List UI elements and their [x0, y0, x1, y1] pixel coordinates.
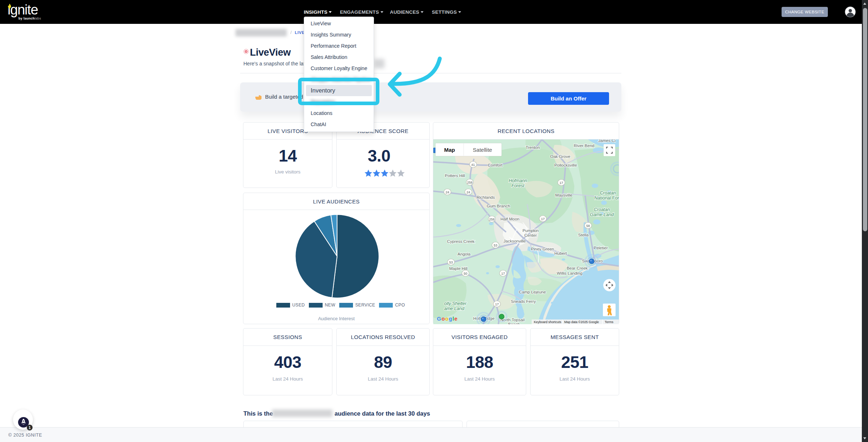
- svg-text:Gum Branch: Gum Branch: [487, 204, 510, 208]
- svg-text:Piney Green: Piney Green: [531, 247, 554, 251]
- svg-text:River Bend: River Bend: [574, 143, 595, 148]
- svg-text:17: 17: [501, 272, 505, 275]
- svg-text:17: 17: [495, 302, 499, 306]
- svg-text:Potters Hill: Potters Hill: [445, 173, 465, 178]
- svg-text:Pollocksville: Pollocksville: [554, 163, 577, 167]
- svg-text:Peletier: Peletier: [594, 246, 608, 250]
- svg-text:Beach: Beach: [508, 322, 520, 324]
- svg-text:Hofmann: Hofmann: [509, 178, 527, 183]
- svg-text:ame Land: ame Land: [444, 306, 465, 311]
- svg-text:Center: Center: [524, 233, 537, 237]
- svg-text:Stella: Stella: [578, 233, 589, 237]
- svg-text:17: 17: [541, 217, 545, 221]
- svg-text:24: 24: [467, 190, 470, 194]
- svg-text:50: 50: [464, 272, 467, 275]
- svg-text:Jacksonville: Jacksonville: [503, 239, 526, 243]
- svg-text:olly Shelter: olly Shelter: [444, 301, 467, 306]
- svg-text:Oak Grove: Oak Grove: [550, 154, 570, 159]
- svg-text:Cypress Creek: Cypress Creek: [447, 239, 475, 244]
- svg-text:Comfort: Comfort: [488, 163, 503, 167]
- svg-text:Richlands: Richlands: [477, 195, 495, 199]
- svg-text:58: 58: [586, 224, 590, 228]
- svg-text:Bear Creek: Bear Creek: [567, 266, 588, 270]
- svg-text:Terms: Terms: [605, 320, 614, 324]
- svg-text:Map: Map: [444, 147, 455, 153]
- svg-text:17: 17: [559, 181, 563, 185]
- svg-text:Game Land: Game Land: [590, 212, 614, 217]
- svg-text:Trenton: Trenton: [526, 145, 540, 150]
- svg-text:258: 258: [489, 218, 494, 221]
- svg-text:Croatan: Croatan: [600, 190, 616, 196]
- svg-text:53: 53: [494, 244, 497, 247]
- svg-text:Satellite: Satellite: [473, 147, 492, 153]
- svg-text:258: 258: [467, 181, 472, 184]
- svg-text:Forest: Forest: [511, 183, 524, 188]
- svg-text:National Fore: National Fore: [594, 196, 619, 201]
- svg-text:24: 24: [446, 190, 449, 194]
- svg-text:Croatan: Croatan: [594, 207, 610, 212]
- svg-text:Maysville: Maysville: [555, 193, 572, 197]
- svg-text:Willis Landing: Willis Landing: [557, 271, 583, 275]
- svg-text:53: 53: [449, 261, 453, 264]
- svg-text:Angola: Angola: [458, 252, 471, 256]
- svg-text:Hubert: Hubert: [554, 251, 567, 256]
- svg-text:Map data ©2025 Google: Map data ©2025 Google: [564, 320, 599, 324]
- svg-text:Sneads Ferry: Sneads Ferry: [511, 299, 536, 304]
- svg-text:Half Moon: Half Moon: [501, 217, 519, 221]
- svg-text:James Ci: James Ci: [598, 140, 616, 143]
- svg-text:Keyboard shortcuts: Keyboard shortcuts: [534, 320, 561, 324]
- svg-text:Pumpkin: Pumpkin: [523, 228, 539, 233]
- svg-text:Google: Google: [437, 316, 458, 322]
- svg-text:41: 41: [471, 163, 475, 167]
- svg-text:Camp Lejeune: Camp Lejeune: [519, 290, 546, 294]
